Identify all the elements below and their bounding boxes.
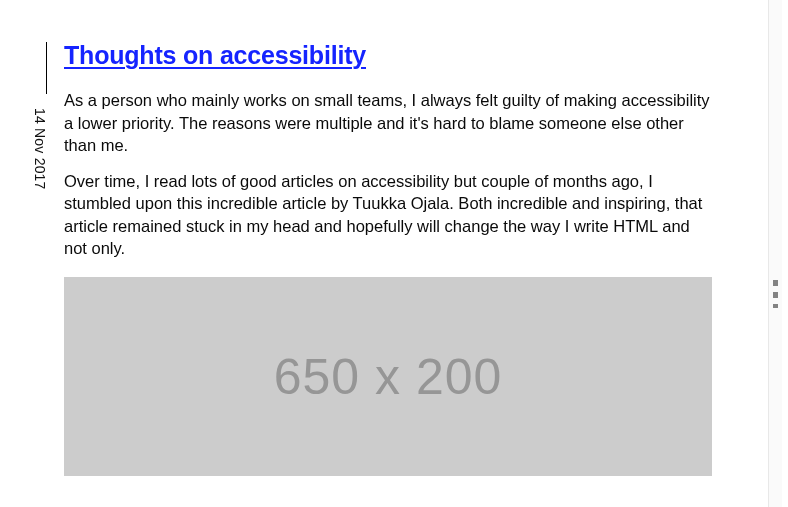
scrollbar[interactable]: [768, 0, 782, 507]
date-rail: 14 Nov 2017: [38, 42, 54, 190]
hero-image-label: 650 x 200: [274, 348, 503, 406]
scrollbar-thumb[interactable]: [773, 280, 778, 308]
post-date: 14 Nov 2017: [32, 108, 48, 190]
post-paragraph: Over time, I read lots of good articles …: [64, 170, 712, 259]
blog-post: 14 Nov 2017 Thoughts on accessibility As…: [0, 0, 712, 507]
post-title-link[interactable]: Thoughts on accessibility: [64, 40, 712, 71]
date-divider-line: [46, 42, 47, 94]
scrollbar-track: [768, 0, 782, 507]
post-paragraph: As a person who mainly works on small te…: [64, 89, 712, 156]
hero-image-placeholder: 650 x 200: [64, 277, 712, 476]
